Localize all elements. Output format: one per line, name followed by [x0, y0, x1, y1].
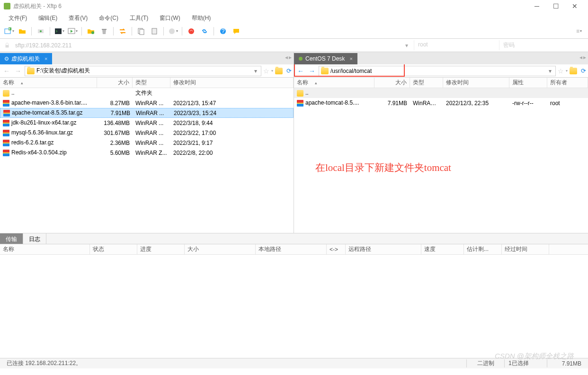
tab-prev-icon[interactable]: ◂ [285, 54, 288, 61]
menu-help[interactable]: 帮助(H) [187, 13, 216, 23]
paste-icon[interactable] [149, 26, 160, 36]
transfer-header[interactable]: 经过时间 [502, 244, 549, 254]
stop-icon[interactable]: ▾ [168, 26, 178, 36]
chevron-down-icon[interactable]: ▾ [547, 68, 553, 74]
tab-transfer[interactable]: 传输 [0, 233, 23, 244]
close-icon[interactable]: × [349, 56, 352, 62]
chevron-down-icon[interactable]: ▾ [271, 69, 273, 73]
header-mtime[interactable]: 修改时间 [443, 78, 509, 88]
header-mtime[interactable]: 修改时间 [170, 78, 294, 88]
toolbar-menu-icon[interactable]: ≡▾ [574, 26, 584, 36]
file-row[interactable]: Redis-x64-3.0.504.zip5.60MBWinRAR Z...20… [0, 148, 294, 158]
terminal-icon[interactable]: ▾ [54, 26, 64, 36]
bookmark-icon[interactable]: ☆ [263, 67, 269, 75]
header-owner[interactable]: 所有者 [547, 78, 588, 88]
tab-next-icon[interactable]: ▸ [289, 54, 292, 61]
transfer-header[interactable]: 估计剩... [464, 244, 502, 254]
play-icon[interactable]: ▾ [67, 26, 78, 36]
maximize-button[interactable]: ☐ [546, 0, 565, 12]
menu-file[interactable]: 文件(F) [4, 13, 32, 23]
menu-tools[interactable]: 工具(T) [125, 13, 153, 23]
transfer-list[interactable] [0, 255, 588, 358]
help-icon[interactable]: ? [218, 26, 228, 36]
transfer-header[interactable]: <-> [327, 244, 346, 254]
tab-prev-icon[interactable]: ◂ [579, 54, 582, 61]
tab-next-icon[interactable]: ▸ [583, 54, 586, 61]
app-icon [4, 3, 10, 9]
copy-icon[interactable] [136, 26, 146, 36]
password-field[interactable]: 密码 [499, 40, 584, 50]
chat-icon[interactable] [231, 26, 241, 36]
forward-icon[interactable]: → [13, 66, 23, 76]
path-input[interactable]: /usr/local/tomcat ▾ [319, 66, 556, 76]
file-row[interactable]: mysql-5.6.36-linux.tar.gz301.67MBWinRAR … [0, 128, 294, 138]
transfer-header[interactable]: 进度 [137, 244, 185, 254]
transfer-header[interactable]: 本地路径 [256, 244, 327, 254]
header-name[interactable]: 名称▴ [294, 78, 374, 88]
transfer-header[interactable]: 远程路径 [346, 244, 421, 254]
transfer-header[interactable]: 大小 [185, 244, 256, 254]
tab-remote[interactable]: CentOS 7 Desk × [294, 53, 357, 64]
svg-point-11 [169, 28, 175, 34]
menubar: 文件(F) 编辑(E) 查看(V) 命令(C) 工具(T) 窗口(W) 帮助(H… [0, 12, 588, 24]
folder-browse-icon[interactable] [570, 68, 577, 74]
transfer-headers: 名称状态进度大小本地路径<->远程路径速度估计剩...经过时间 [0, 244, 588, 255]
close-icon[interactable]: × [45, 56, 47, 62]
transfer-header[interactable]: 名称 [0, 244, 90, 254]
file-row[interactable]: apache-maven-3.8.6-bin.tar....8.27MBWinR… [0, 98, 294, 108]
left-tabbar: 虚拟机相关 × ◂▸ [0, 52, 294, 64]
right-filelist[interactable]: ..apache-tomcat-8.5....7.91MBWinRAR ...2… [294, 88, 588, 233]
chevron-down-icon[interactable]: ▾ [566, 69, 568, 73]
menu-window[interactable]: 窗口(W) [155, 13, 185, 23]
file-row[interactable]: apache-tomcat-8.5.35.tar.gz7.91MBWinRAR … [0, 108, 294, 118]
header-type[interactable]: 类型 [133, 78, 170, 88]
header-name[interactable]: 名称▴ [0, 78, 97, 88]
header-size[interactable]: 大小 [374, 78, 410, 88]
menu-edit[interactable]: 编辑(E) [34, 13, 62, 23]
delete-icon[interactable] [99, 26, 109, 36]
path-input[interactable]: F:\安装包\虚拟机相关 ▾ [25, 66, 261, 76]
header-attr[interactable]: 属性 [509, 78, 547, 88]
reconnect-icon[interactable] [36, 26, 46, 36]
tab-log[interactable]: 日志 [23, 233, 46, 244]
header-size[interactable]: 大小 [97, 78, 133, 88]
file-row[interactable]: apache-tomcat-8.5....7.91MBWinRAR ...202… [294, 98, 588, 108]
close-button[interactable]: ✕ [565, 0, 584, 12]
toolbar: ▾ ▾ ▾ ▾ ? ≡▾ [0, 24, 588, 39]
header-type[interactable]: 类型 [410, 78, 443, 88]
bottom-tabs: 传输 日志 [0, 233, 588, 244]
menu-command[interactable]: 命令(C) [94, 13, 123, 23]
back-icon[interactable]: ← [296, 66, 305, 76]
back-icon[interactable]: ← [2, 66, 11, 76]
forward-icon[interactable]: → [307, 66, 317, 76]
minimize-button[interactable]: ─ [527, 0, 546, 12]
link-icon[interactable] [199, 26, 210, 36]
lock-icon [4, 42, 10, 49]
parent-row[interactable]: ..文件夹 [0, 88, 294, 98]
folder-browse-icon[interactable] [275, 68, 283, 74]
file-row[interactable]: jdk-8u261-linux-x64.tar.gz136.48MBWinRAR… [0, 118, 294, 128]
open-icon[interactable] [17, 26, 27, 36]
tab-label: 虚拟机相关 [11, 55, 40, 63]
right-pathbar: ← → /usr/local/tomcat ▾ ☆ ▾ ⟳ [294, 64, 588, 78]
left-filelist[interactable]: ..文件夹apache-maven-3.8.6-bin.tar....8.27M… [0, 88, 294, 233]
new-session-icon[interactable]: ▾ [4, 26, 14, 36]
refresh-icon[interactable]: ⟳ [581, 67, 586, 74]
xshell-icon[interactable] [186, 26, 196, 36]
username-field[interactable]: root [414, 40, 499, 50]
file-row[interactable]: redis-6.2.6.tar.gz2.36MBWinRAR ...2022/3… [0, 138, 294, 148]
chevron-down-icon[interactable]: ▾ [252, 68, 259, 74]
tab-local[interactable]: 虚拟机相关 × [0, 53, 52, 64]
parent-row[interactable]: .. [294, 88, 588, 98]
address-dropdown-icon[interactable]: ▾ [402, 42, 411, 49]
refresh-icon[interactable]: ⟳ [286, 67, 292, 74]
bookmark-icon[interactable]: ☆ [558, 67, 564, 75]
annotation-text: 在local目录下新建文件夹tomcat [315, 161, 451, 174]
right-headers: 名称▴ 大小 类型 修改时间 属性 所有者 [294, 78, 588, 88]
transfer-header[interactable]: 速度 [421, 244, 464, 254]
transfer-header[interactable]: 状态 [90, 244, 137, 254]
new-folder-icon[interactable] [86, 26, 96, 36]
transfer-icon[interactable] [117, 26, 128, 36]
address-input[interactable] [13, 41, 400, 50]
menu-view[interactable]: 查看(V) [64, 13, 92, 23]
